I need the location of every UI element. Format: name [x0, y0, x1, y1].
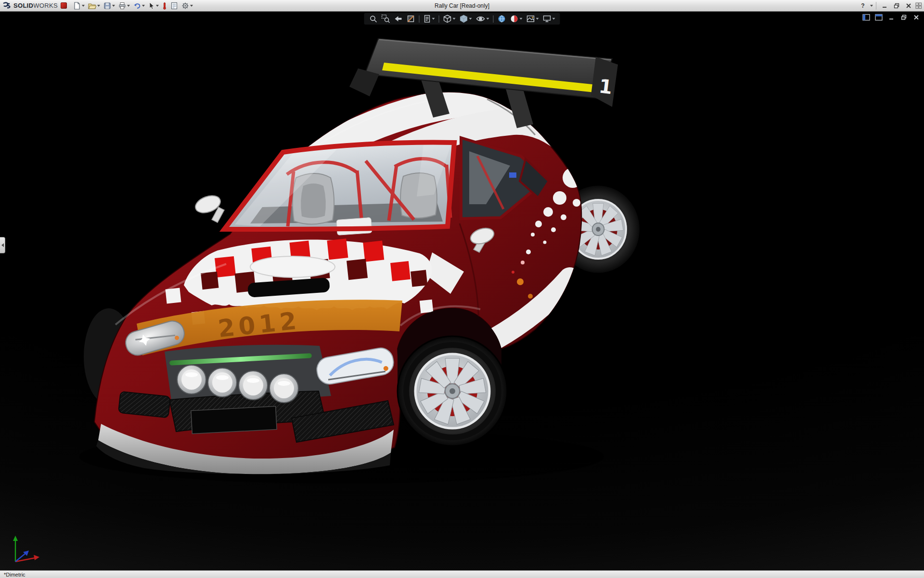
- save-floppy-icon: [103, 2, 111, 10]
- promote-button[interactable]: [874, 13, 884, 22]
- graphics-area[interactable]: 2012: [0, 12, 924, 570]
- doc-close-button[interactable]: [911, 13, 921, 22]
- open-button[interactable]: [87, 1, 102, 11]
- zoom-to-area-icon: [382, 14, 390, 23]
- front-right-wheel: [398, 336, 507, 446]
- view-orientation-cube-icon: [443, 14, 452, 23]
- view-settings-icon: [543, 14, 552, 23]
- appearance-sphere-icon: [510, 14, 519, 23]
- car-render: 2012: [0, 12, 924, 570]
- view-settings-button[interactable]: [542, 14, 556, 24]
- dropdown-caret-icon: [552, 18, 555, 20]
- save-button[interactable]: [102, 1, 116, 11]
- windshield: [224, 143, 454, 236]
- dropdown-caret-icon: [487, 18, 489, 20]
- realview-globe-icon: [498, 14, 506, 23]
- doc-minimize-icon: [888, 14, 894, 20]
- hide-show-items-button[interactable]: [475, 14, 490, 24]
- dropdown-caret-icon: [870, 5, 873, 7]
- section-view-button[interactable]: [406, 14, 416, 24]
- document-window-controls: [861, 13, 921, 22]
- new-document-button[interactable]: [72, 1, 86, 11]
- orientation-triad: [6, 529, 44, 567]
- left-mirror: [193, 193, 224, 223]
- undo-button[interactable]: [132, 1, 146, 11]
- zoom-to-area-button[interactable]: [381, 14, 391, 24]
- scene-icon: [526, 14, 535, 23]
- document-title: Rally Car [Read-only]: [435, 2, 489, 9]
- separator: [493, 15, 494, 23]
- dropdown-caret-icon: [142, 5, 145, 7]
- show-featuremanager-button[interactable]: [861, 13, 871, 22]
- help-button[interactable]: ?: [858, 1, 868, 10]
- new-document-icon: [73, 2, 81, 10]
- zoom-to-fit-button[interactable]: [368, 14, 379, 24]
- annotation-views-icon: [424, 14, 431, 23]
- dropdown-caret-icon: [127, 5, 130, 7]
- select-cursor-icon: [148, 2, 155, 10]
- chevron-left-icon: [1, 243, 4, 247]
- view-orientation-label: *Dimetric: [4, 572, 26, 578]
- brand-name: SOLIDWORKS: [13, 2, 58, 9]
- restore-button[interactable]: [891, 1, 902, 10]
- file-properties-icon: [170, 2, 178, 10]
- help-icon: ?: [861, 2, 864, 9]
- minimize-icon: [882, 3, 887, 9]
- edit-appearance-button[interactable]: [509, 14, 524, 24]
- titlebar: SOLIDWORKS: [0, 0, 924, 12]
- xpress-products-icon: [162, 2, 167, 10]
- undo-arrow-icon: [133, 2, 141, 10]
- xpress-products-button[interactable]: [161, 1, 168, 11]
- brand: SOLIDWORKS: [2, 2, 67, 10]
- eye-icon: [476, 14, 486, 23]
- print-button[interactable]: [117, 1, 131, 11]
- options-gear-icon: [181, 2, 189, 10]
- dropdown-caret-icon: [453, 18, 456, 20]
- doc-restore-icon: [901, 14, 907, 20]
- window-controls: ?: [858, 1, 922, 10]
- separator: [876, 2, 876, 10]
- select-button[interactable]: [147, 1, 160, 11]
- part-document-icon: [61, 2, 67, 9]
- dropdown-caret-icon: [97, 5, 100, 7]
- view-orientation-button[interactable]: [442, 14, 457, 24]
- zoom-to-fit-icon: [369, 14, 378, 23]
- options-button[interactable]: [180, 1, 194, 11]
- doc-close-icon: [913, 14, 919, 20]
- brand-name-solid: SOLID: [13, 2, 33, 9]
- quick-access-toolbar: [72, 1, 194, 11]
- minimize-button[interactable]: [879, 1, 890, 10]
- dropdown-caret-icon: [112, 5, 115, 7]
- promote-window-icon: [875, 14, 883, 21]
- file-properties-button[interactable]: [169, 1, 180, 11]
- previous-view-icon: [394, 14, 403, 23]
- open-folder-icon: [88, 2, 96, 10]
- bumper-left-intake: [118, 392, 170, 418]
- section-view-icon: [407, 14, 415, 23]
- heads-up-view-toolbar: [364, 13, 560, 25]
- status-bar: *Dimetric: [0, 570, 924, 578]
- doc-minimize-button[interactable]: [886, 13, 896, 22]
- dropdown-caret-icon: [469, 18, 472, 20]
- license-plate: [191, 406, 277, 434]
- display-style-button[interactable]: [459, 14, 473, 24]
- featuremanager-window-icon: [862, 14, 870, 21]
- resize-grip-icon[interactable]: [915, 2, 922, 9]
- dropdown-caret-icon: [520, 18, 523, 20]
- dropdown-caret-icon: [156, 5, 159, 7]
- featuremanager-collapse-tab[interactable]: [0, 237, 5, 253]
- solidworks-window: SOLIDWORKS: [0, 0, 924, 578]
- doc-restore-button[interactable]: [899, 13, 909, 22]
- previous-view-button[interactable]: [393, 14, 404, 24]
- display-style-icon: [460, 14, 468, 23]
- dropdown-caret-icon: [82, 5, 85, 7]
- apply-scene-button[interactable]: [526, 14, 540, 24]
- brand-name-works: WORKS: [33, 2, 58, 9]
- annotation-views-button[interactable]: [423, 14, 436, 24]
- realview-graphics-button[interactable]: [497, 14, 507, 24]
- decal-number: 1: [598, 75, 614, 98]
- close-button[interactable]: [903, 1, 914, 10]
- dropdown-caret-icon: [190, 5, 193, 7]
- separator: [419, 15, 420, 23]
- close-icon: [906, 3, 911, 9]
